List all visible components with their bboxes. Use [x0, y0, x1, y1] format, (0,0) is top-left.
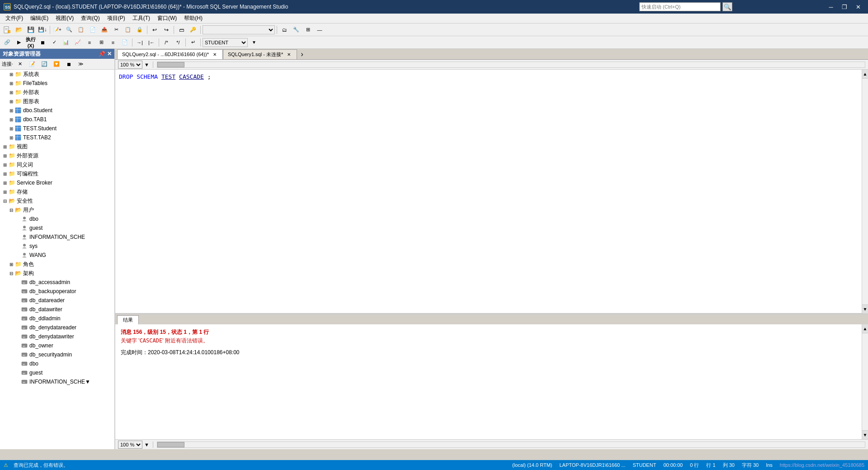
- tree-item-schema-db-denydatareader[interactable]: ⊞ sc db_denydatareader: [0, 323, 114, 332]
- btn5[interactable]: 📄: [87, 25, 98, 35]
- redo-btn[interactable]: ↪: [161, 25, 172, 35]
- db-dropdown-arrow[interactable]: ▼: [249, 38, 259, 47]
- stop-btn[interactable]: ⏹: [37, 38, 48, 47]
- zoom-select-bottom[interactable]: 100 %: [118, 441, 142, 449]
- btn6[interactable]: 📤: [99, 25, 110, 35]
- outdent-btn[interactable]: |←: [146, 38, 157, 47]
- btn3[interactable]: 🔍: [64, 25, 75, 35]
- tree-item-synonyms[interactable]: ⊞ 📁 同义词: [0, 160, 114, 169]
- tree-item-schema-db-ddladmin[interactable]: ⊞ sc db_ddladmin: [0, 314, 114, 323]
- menu-help[interactable]: 帮助(H): [180, 14, 206, 24]
- check-btn[interactable]: ✓: [49, 38, 60, 47]
- tree-item-schema-db-datawriter[interactable]: ⊞ sc db_datawriter: [0, 305, 114, 314]
- expander-test-student[interactable]: ⊞: [8, 125, 14, 132]
- tree-item-schema-db-datareader[interactable]: ⊞ sc db_datareader: [0, 296, 114, 305]
- results-text-btn[interactable]: ≡: [108, 38, 118, 47]
- debug-btn[interactable]: ▶: [14, 38, 24, 47]
- save-all-btn[interactable]: 💾↓: [37, 25, 48, 35]
- btn7[interactable]: ✂: [111, 25, 122, 35]
- oe-refresh-btn[interactable]: 🔄: [39, 59, 50, 69]
- btn8[interactable]: 📋: [123, 25, 133, 35]
- oe-close-btn[interactable]: ✕: [107, 51, 112, 57]
- menu-edit[interactable]: 编辑(E): [27, 14, 52, 24]
- tree-item-test-student[interactable]: ⊞ TEST.Student: [0, 124, 114, 133]
- menu-project[interactable]: 项目(P): [104, 14, 129, 24]
- tree-item-views[interactable]: ⊞ 📁 视图: [0, 142, 114, 151]
- tab-sqlquery1-close[interactable]: ✕: [286, 52, 292, 58]
- expander-filetables[interactable]: ⊞: [8, 80, 14, 86]
- editor-vscroll[interactable]: ▲ ▼: [862, 70, 868, 313]
- tab-sqlquery2[interactable]: SQLQuery2.sql - ...6DJR1\61660 (64))* ✕: [117, 49, 223, 59]
- estimate-btn[interactable]: 📊: [61, 38, 71, 47]
- tree-item-guest-user[interactable]: ⊞ guest: [0, 223, 114, 233]
- quick-launch-input[interactable]: [639, 2, 721, 11]
- restore-button[interactable]: ❐: [838, 2, 851, 12]
- tree-item-users[interactable]: ⊟ 📂 用户: [0, 205, 114, 214]
- btn10[interactable]: 🗃: [176, 25, 187, 35]
- tree-item-filetables[interactable]: ⊞ 📁 FileTables: [0, 79, 114, 88]
- results-vscroll-up[interactable]: ▲: [862, 324, 868, 333]
- expander-schemas[interactable]: ⊟: [8, 270, 14, 276]
- minimize-button[interactable]: ─: [825, 2, 837, 12]
- tree-item-information-schema-user[interactable]: ⊞ INFORMATION_SCHE: [0, 233, 114, 242]
- expander-users[interactable]: ⊟: [8, 207, 14, 213]
- editor-area[interactable]: DROP SCHEMA TEST CASCADE ;: [115, 70, 862, 313]
- oe-filter-btn[interactable]: 🔽: [51, 59, 62, 69]
- btn12[interactable]: 🗂: [279, 25, 290, 35]
- results-to-btn[interactable]: ≡: [84, 38, 95, 47]
- tree-item-schema-db-securityadmin[interactable]: ⊞ sc db_securityadmin: [0, 350, 114, 359]
- oe-connect-btn[interactable]: 连接·: [2, 61, 13, 67]
- menu-window[interactable]: 窗口(W): [154, 14, 180, 24]
- oe-dropdown-btn[interactable]: ≫: [75, 59, 86, 69]
- comment-btn[interactable]: /*: [161, 38, 172, 47]
- editor-hscroll-thumb[interactable]: [157, 62, 184, 67]
- undo-btn[interactable]: ↩: [149, 25, 160, 35]
- results-tab[interactable]: 结果: [117, 315, 139, 324]
- vscroll-up-btn[interactable]: ▲: [862, 70, 868, 79]
- oe-pin-btn[interactable]: 📌: [99, 51, 105, 57]
- tree-item-schema-db-denydatawriter[interactable]: ⊞ sc db_denydatawriter: [0, 332, 114, 341]
- editor-hscroll[interactable]: [157, 62, 865, 68]
- btn11[interactable]: 🔑: [188, 25, 198, 35]
- expander-test-tab2[interactable]: ⊞: [8, 134, 14, 141]
- tree-item-schema-db-accessadmin[interactable]: ⊞ sc db_accessadmin: [0, 278, 114, 287]
- tree-item-schema-db-backupoperator[interactable]: ⊞ sc db_backupoperator: [0, 287, 114, 296]
- expander-external-resources[interactable]: ⊞: [2, 152, 8, 159]
- oe-disconnect-btn[interactable]: ✕: [14, 59, 25, 69]
- new-db-query-btn[interactable]: 📝+: [52, 25, 63, 35]
- expander-synonyms[interactable]: ⊞: [2, 161, 8, 168]
- status-link[interactable]: https://blog.csdn.net/weixin_45180685: [780, 462, 864, 468]
- menu-query[interactable]: 查询(Q): [77, 14, 103, 24]
- expander-service-broker[interactable]: ⊞: [2, 180, 8, 186]
- tree-item-storage[interactable]: ⊞ 📁 存储: [0, 187, 114, 196]
- tree-item-test-tab2[interactable]: ⊞ TEST.TAB2: [0, 133, 114, 142]
- results-vscroll-down[interactable]: ▼: [862, 430, 868, 439]
- expander-views[interactable]: ⊞: [2, 143, 8, 150]
- tab-sqlquery1[interactable]: SQLQuery1.sql - 未连接* ✕: [223, 49, 297, 59]
- expander-dbo-tab1[interactable]: ⊞: [8, 116, 14, 123]
- results-file-btn[interactable]: 📄: [119, 38, 130, 47]
- tree-item-graph-tables[interactable]: ⊞ 📁 图形表: [0, 97, 114, 106]
- expander-programmability[interactable]: ⊞: [2, 171, 8, 177]
- results-vscroll[interactable]: ▲ ▼: [862, 324, 868, 439]
- new-query-btn[interactable]: +: [2, 25, 13, 35]
- tree-item-schema-information-schema[interactable]: ⊞ sc INFORMATION_SCHE▼: [0, 377, 114, 386]
- btn4[interactable]: 📋: [75, 25, 86, 35]
- tree-item-service-broker[interactable]: ⊞ 📁 Service Broker: [0, 178, 114, 187]
- tree-item-schema-db-owner[interactable]: ⊞ sc db_owner: [0, 341, 114, 350]
- quick-launch-search-btn[interactable]: 🔍: [722, 2, 732, 11]
- save-btn[interactable]: 💾: [25, 25, 36, 35]
- menu-view[interactable]: 视图(V): [52, 14, 77, 24]
- tree-item-external-resources[interactable]: ⊞ 📁 外部资源: [0, 151, 114, 160]
- tree-item-roles[interactable]: ⊞ 📁 角色: [0, 260, 114, 269]
- indent-btn[interactable]: →|: [134, 38, 145, 47]
- vscroll-down-btn[interactable]: ▼: [862, 304, 868, 313]
- connect-btn[interactable]: 🔗: [2, 38, 13, 47]
- btn9[interactable]: 🔒: [134, 25, 145, 35]
- tree-item-schema-dbo[interactable]: ⊞ sc dbo: [0, 359, 114, 368]
- uncomment-btn[interactable]: */: [173, 38, 184, 47]
- results-grid-btn[interactable]: ⊞: [96, 38, 107, 47]
- expander-security[interactable]: ⊟: [2, 198, 8, 204]
- tree-item-schemas[interactable]: ⊟ 📂 架构: [0, 269, 114, 278]
- tree-item-dbo-student[interactable]: ⊞ dbo.Student: [0, 106, 114, 115]
